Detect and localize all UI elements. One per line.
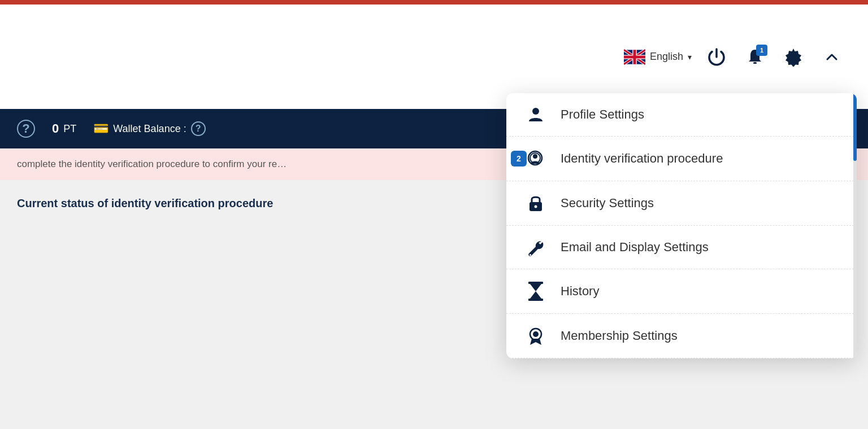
wallet-help-button[interactable]: ? xyxy=(191,121,206,136)
wallet-label: Wallet Balance : xyxy=(113,123,186,135)
top-red-bar xyxy=(0,0,868,5)
notification-button[interactable]: 1 xyxy=(741,43,769,71)
user-menu-button[interactable] xyxy=(818,43,845,71)
menu-item-identity-verification[interactable]: 2 Identity verification procedure xyxy=(506,137,857,181)
language-text: English xyxy=(650,51,683,63)
menu-item-membership-settings[interactable]: Membership Settings xyxy=(506,314,857,358)
menu-label-profile-settings: Profile Settings xyxy=(561,107,644,122)
menu-label-membership-settings: Membership Settings xyxy=(561,329,678,343)
menu-label-history: History xyxy=(561,284,599,299)
dropdown-menu: Profile Settings 2 Identity verification… xyxy=(506,93,857,358)
help-button[interactable]: ? xyxy=(17,120,35,138)
points-label: PT xyxy=(63,123,76,135)
chevron-up-icon xyxy=(824,49,840,65)
power-button[interactable] xyxy=(703,43,730,71)
svg-rect-11 xyxy=(528,299,543,301)
svg-point-3 xyxy=(532,108,539,115)
hourglass-icon xyxy=(524,282,547,301)
svg-point-13 xyxy=(533,331,539,337)
scroll-thumb xyxy=(853,93,857,161)
lock-icon xyxy=(524,194,547,213)
search-person-icon xyxy=(524,149,547,168)
notification-badge: 1 xyxy=(756,45,767,56)
svg-point-8 xyxy=(535,205,537,208)
wrench-icon xyxy=(524,238,547,256)
settings-button[interactable] xyxy=(780,43,807,71)
person-icon xyxy=(524,106,547,124)
identity-badge: 2 xyxy=(511,151,527,167)
svg-point-9 xyxy=(530,254,531,256)
flag-icon xyxy=(624,49,645,65)
menu-item-profile-settings[interactable]: Profile Settings xyxy=(506,93,857,137)
menu-item-email-display-settings[interactable]: Email and Display Settings xyxy=(506,226,857,269)
header-controls: English ▾ 1 xyxy=(624,43,845,71)
menu-label-security-settings: Security Settings xyxy=(561,196,654,211)
badge-icon xyxy=(524,326,547,345)
points-value: 0 xyxy=(52,121,59,136)
alert-text: complete the identity verification proce… xyxy=(17,159,287,169)
language-chevron-icon: ▾ xyxy=(688,52,692,62)
menu-item-history[interactable]: History xyxy=(506,269,857,314)
wallet-display: 💳 Wallet Balance : ? xyxy=(93,121,205,136)
svg-rect-10 xyxy=(528,282,543,284)
points-display: 0 PT xyxy=(52,121,76,136)
svg-point-5 xyxy=(533,154,537,159)
scroll-indicator xyxy=(853,93,857,358)
content-title: Current status of identity verification … xyxy=(17,197,273,209)
gear-icon xyxy=(784,47,803,67)
menu-label-identity-verification: Identity verification procedure xyxy=(561,151,723,166)
power-icon xyxy=(706,47,727,67)
menu-label-email-display-settings: Email and Display Settings xyxy=(561,240,709,255)
wallet-icon: 💳 xyxy=(93,121,108,136)
svg-rect-1 xyxy=(753,62,757,64)
language-selector[interactable]: English ▾ xyxy=(624,49,692,65)
menu-item-security-settings[interactable]: Security Settings xyxy=(506,181,857,226)
